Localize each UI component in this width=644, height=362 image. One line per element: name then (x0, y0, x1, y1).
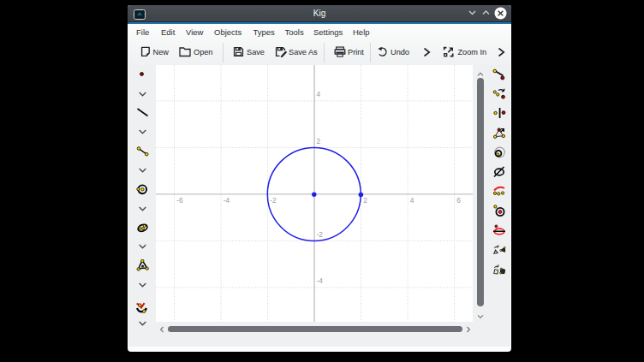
svg-text:4: 4 (316, 90, 320, 98)
svg-text:-2: -2 (316, 230, 323, 239)
svg-text:-6: -6 (176, 196, 183, 205)
svg-text:4: 4 (410, 196, 414, 205)
svg-text:-4: -4 (224, 196, 230, 205)
svg-text:6: 6 (456, 196, 461, 205)
svg-text:2: 2 (316, 137, 320, 145)
svg-text:2: 2 (363, 196, 367, 205)
svg-text:-4: -4 (316, 276, 323, 285)
svg-text:-2: -2 (270, 196, 277, 205)
